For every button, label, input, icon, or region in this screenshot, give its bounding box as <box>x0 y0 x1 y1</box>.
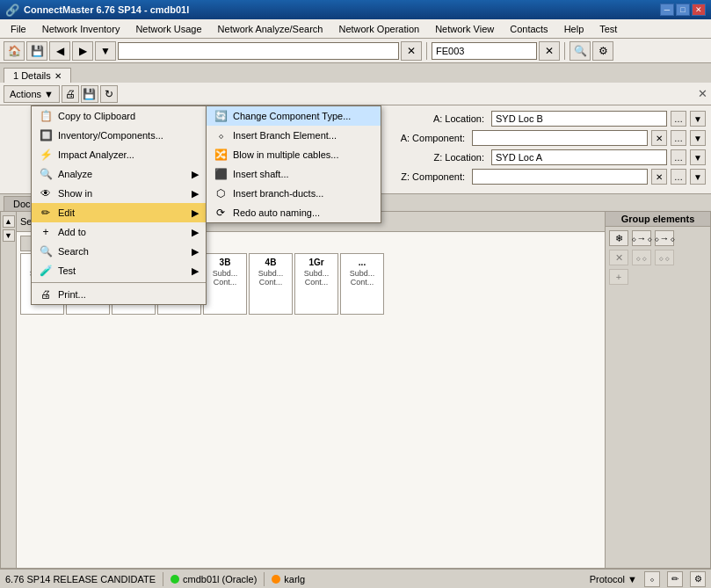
menu-copy[interactable]: 📋 Copy to Clipboard <box>32 106 206 126</box>
maximize-button[interactable]: □ <box>676 4 690 16</box>
add-to-arrow-icon: ▶ <box>192 227 199 238</box>
toolbar-search-input[interactable] <box>118 42 399 60</box>
toolbar-id-input[interactable] <box>432 42 537 60</box>
protocol-label[interactable]: Protocol ▼ <box>590 574 637 584</box>
menu-test[interactable]: 🧪 Test ▶ <box>32 261 206 280</box>
toolbar-forward-button[interactable]: ▶ <box>72 41 93 61</box>
left-sidebar: ▲ ▼ <box>1 212 17 568</box>
menu-network-operation[interactable]: Network Operation <box>331 22 426 36</box>
a-component-browse-button[interactable]: … <box>671 130 686 146</box>
submenu-change-type-label: Change Component Type... <box>233 111 351 121</box>
submenu-redo-naming[interactable]: ⟳ Redo auto naming... <box>207 203 381 222</box>
menu-edit[interactable]: ✏ Edit ▶ <box>32 203 206 222</box>
menu-add-to[interactable]: + Add to ▶ <box>32 222 206 242</box>
a-component-dropdown-button[interactable]: ▼ <box>690 130 706 146</box>
panel-close-button[interactable]: ✕ <box>698 87 707 100</box>
z-component-clear-button[interactable]: ✕ <box>651 169 667 185</box>
left-scroll-up[interactable]: ▲ <box>3 215 15 228</box>
menu-help[interactable]: Help <box>557 22 591 36</box>
user-status: karlg <box>272 574 305 584</box>
menu-network-analyze[interactable]: Network Analyze/Search <box>211 22 330 36</box>
left-scroll-down[interactable]: ▼ <box>3 229 15 242</box>
actions-button[interactable]: Actions ▼ <box>4 85 60 103</box>
z-location-browse-button[interactable]: … <box>671 149 686 165</box>
search-arrow-icon: ▶ <box>192 246 199 258</box>
z-location-label: Z: Location: <box>409 152 488 163</box>
toolbar-home-button[interactable]: 🏠 <box>4 41 25 61</box>
impact-icon: ⚡ <box>39 148 53 162</box>
submenu-redo-naming-label: Redo auto naming... <box>233 207 320 218</box>
db-label: cmdb01l (Oracle) <box>183 574 257 584</box>
submenu-blow-cables[interactable]: 🔀 Blow in multiple cables... <box>207 145 381 164</box>
toolbar-back-button[interactable]: ◀ <box>49 41 70 61</box>
z-location-dropdown-button[interactable]: ▼ <box>690 149 706 165</box>
menu-search[interactable]: 🔍 Search ▶ <box>32 242 206 261</box>
menu-network-inventory[interactable]: Network Inventory <box>35 22 127 36</box>
menu-impact[interactable]: ⚡ Impact Analyzer... <box>32 145 206 164</box>
z-component-input[interactable] <box>472 169 648 185</box>
a-location-input[interactable] <box>491 111 667 127</box>
comp-3B[interactable]: 3B Subd... Cont... <box>203 253 247 315</box>
status-icon2[interactable]: ✏ <box>667 571 683 587</box>
submenu-change-type[interactable]: 🔄 Change Component Type... <box>207 106 381 126</box>
icon-row-3: + <box>609 269 707 285</box>
z-component-browse-button[interactable]: … <box>671 169 686 185</box>
print-button[interactable]: 🖨 <box>62 85 79 103</box>
submenu-insert-branch[interactable]: ⬦ Insert Branch Element... <box>207 126 381 145</box>
menu-contacts[interactable]: Contacts <box>503 22 555 36</box>
z-location-input[interactable] <box>491 149 667 165</box>
tab-bar: 1 Details ✕ <box>0 63 711 83</box>
group-copy-button[interactable]: ⬦→⬦ <box>632 230 651 246</box>
menu-test[interactable]: Test <box>592 22 624 36</box>
panel-header: Actions ▼ 🖨 💾 ↻ ✕ 📋 Copy to Clipboard 🔲 … <box>0 83 711 105</box>
menu-inventory[interactable]: 🔲 Inventory/Components... <box>32 126 206 145</box>
a-component-clear-button[interactable]: ✕ <box>651 130 667 146</box>
test-icon: 🧪 <box>39 264 53 278</box>
inventory-icon: 🔲 <box>39 128 53 142</box>
menu-print[interactable]: 🖨 Print... <box>32 285 206 304</box>
menubar: File Network Inventory Network Usage Net… <box>0 19 711 39</box>
close-button[interactable]: ✕ <box>692 4 706 16</box>
refresh-button[interactable]: ↻ <box>100 85 118 103</box>
group-paste-button[interactable]: ⬦→⬦ <box>655 230 674 246</box>
z-component-label: Z: Component: <box>389 171 468 182</box>
toolbar-save-button[interactable]: 💾 <box>26 41 47 61</box>
group-add-button: + <box>609 269 628 285</box>
actions-arrow-icon: ▼ <box>44 89 54 99</box>
a-location-dropdown-button[interactable]: ▼ <box>690 111 706 127</box>
status-icon1[interactable]: ⬦ <box>644 571 660 587</box>
blow-cables-icon: 🔀 <box>214 148 228 162</box>
comp-1Gr[interactable]: 1Gr Subd... Cont... <box>294 253 338 315</box>
group-elements-content: ❄ ⬦→⬦ ⬦→⬦ ✕ ⬦⬦ ⬦⬦ + <box>606 227 710 288</box>
group-snowflake-button[interactable]: ❄ <box>609 230 628 246</box>
toolbar-id-clear-button[interactable]: ✕ <box>539 41 560 61</box>
details-tab[interactable]: 1 Details ✕ <box>4 68 71 83</box>
menu-test-label: Test <box>58 265 76 276</box>
toolbar-options-button[interactable]: ⚙ <box>592 41 613 61</box>
toolbar-clear-button[interactable]: ✕ <box>401 41 422 61</box>
a-location-browse-button[interactable]: … <box>671 111 686 127</box>
icon-row-1: ❄ ⬦→⬦ ⬦→⬦ <box>609 230 707 246</box>
z-component-dropdown-button[interactable]: ▼ <box>690 169 706 185</box>
menu-analyze-label: Analyze <box>58 169 92 179</box>
menu-analyze[interactable]: 🔍 Analyze ▶ <box>32 164 206 184</box>
submenu-insert-shaft[interactable]: ⬛ Insert shaft... <box>207 164 381 184</box>
toolbar-search-button[interactable]: 🔍 <box>570 41 591 61</box>
menu-network-view[interactable]: Network View <box>428 22 501 36</box>
status-icon3[interactable]: ⚙ <box>690 571 706 587</box>
menu-file[interactable]: File <box>4 22 33 36</box>
toolbar-dropdown-button[interactable]: ▼ <box>95 41 116 61</box>
icon-row-2: ✕ ⬦⬦ ⬦⬦ <box>609 250 707 265</box>
save-button[interactable]: 💾 <box>81 85 98 103</box>
db-status: cmdb01l (Oracle) <box>170 574 257 584</box>
comp-extra[interactable]: ... Subd... Cont... <box>340 253 384 315</box>
menu-network-usage[interactable]: Network Usage <box>128 22 208 36</box>
submenu-insert-ducts[interactable]: ⬡ Insert branch-ducts... <box>207 184 381 203</box>
minimize-button[interactable]: ─ <box>660 4 674 16</box>
menu-show-in-label: Show in <box>58 188 92 199</box>
menu-show-in[interactable]: 👁 Show in ▶ <box>32 184 206 203</box>
menu-add-to-label: Add to <box>58 227 86 237</box>
tab-close-button[interactable]: ✕ <box>54 71 62 81</box>
a-component-input[interactable] <box>472 130 648 146</box>
comp-4B[interactable]: 4B Subd... Cont... <box>249 253 293 315</box>
